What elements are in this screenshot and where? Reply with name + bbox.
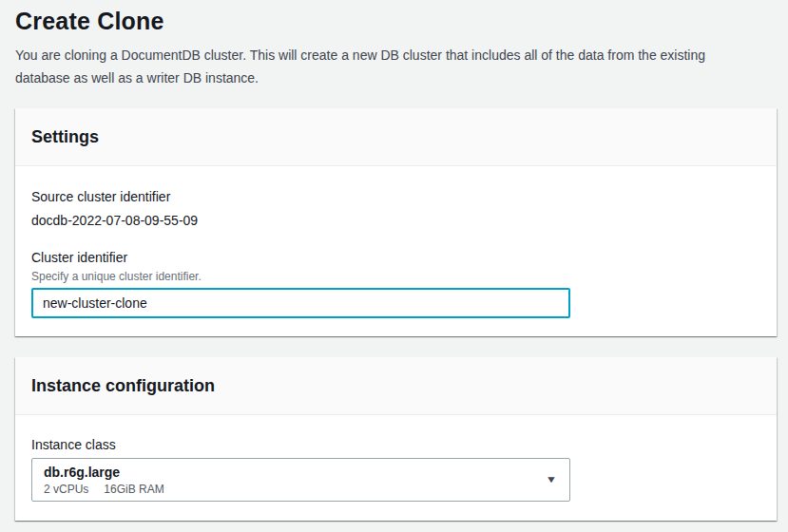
source-cluster-identifier-label: Source cluster identifier bbox=[31, 187, 760, 206]
page-description: You are cloning a DocumentDB cluster. Th… bbox=[15, 44, 757, 89]
settings-panel-body: Source cluster identifier docdb-2022-07-… bbox=[15, 166, 777, 336]
source-cluster-identifier-field: Source cluster identifier docdb-2022-07-… bbox=[31, 187, 760, 230]
instance-class-specs: 2 vCPUs16GiB RAM bbox=[44, 482, 164, 497]
settings-panel-title: Settings bbox=[31, 126, 760, 147]
settings-panel: Settings Source cluster identifier docdb… bbox=[15, 108, 777, 336]
instance-class-ram: 16GiB RAM bbox=[104, 483, 163, 496]
cluster-identifier-help-text: Specify a unique cluster identifier. bbox=[31, 269, 760, 284]
cluster-identifier-field: Cluster identifier Specify a unique clus… bbox=[31, 248, 760, 318]
dropdown-arrow-icon: ▼ bbox=[546, 475, 557, 484]
instance-class-vcpus: 2 vCPUs bbox=[44, 483, 88, 496]
instance-class-select[interactable]: db.r6g.large 2 vCPUs16GiB RAM ▼ bbox=[31, 458, 570, 502]
instance-class-field: Instance class db.r6g.large 2 vCPUs16GiB… bbox=[31, 435, 760, 502]
instance-class-selected-option: db.r6g.large 2 vCPUs16GiB RAM bbox=[44, 464, 164, 497]
settings-panel-header: Settings bbox=[15, 108, 777, 166]
instance-configuration-panel: Instance configuration Instance class db… bbox=[15, 357, 777, 521]
page-title: Create Clone bbox=[15, 6, 761, 36]
cluster-identifier-label: Cluster identifier bbox=[31, 248, 760, 267]
create-clone-page: Create Clone You are cloning a DocumentD… bbox=[0, 0, 777, 521]
cluster-identifier-input[interactable] bbox=[31, 288, 570, 318]
instance-class-label: Instance class bbox=[31, 435, 760, 454]
instance-configuration-panel-title: Instance configuration bbox=[31, 375, 760, 396]
instance-configuration-panel-body: Instance class db.r6g.large 2 vCPUs16GiB… bbox=[15, 415, 777, 521]
instance-class-name: db.r6g.large bbox=[44, 464, 164, 481]
source-cluster-identifier-value: docdb-2022-07-08-09-55-09 bbox=[31, 211, 760, 230]
instance-configuration-panel-header: Instance configuration bbox=[15, 357, 777, 415]
